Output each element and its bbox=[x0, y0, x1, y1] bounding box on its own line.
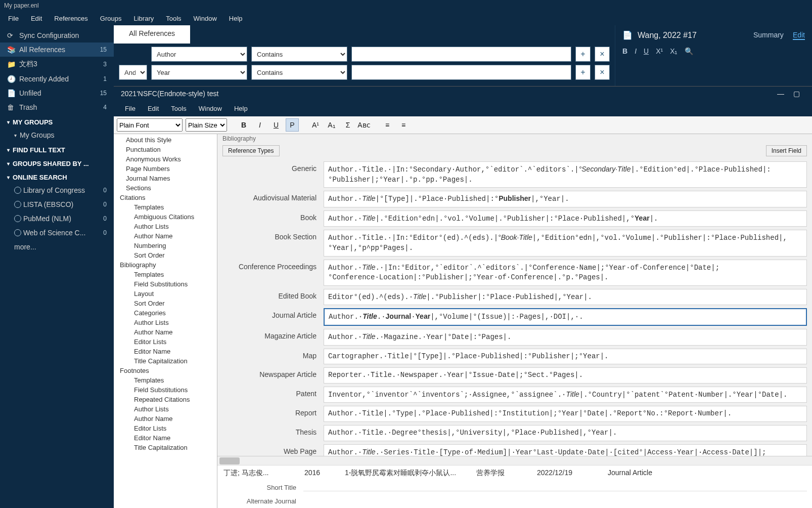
menu-window[interactable]: Window bbox=[188, 13, 223, 24]
tree-node[interactable]: Editor Name bbox=[114, 347, 217, 356]
tree-hscroll[interactable] bbox=[217, 456, 812, 465]
tree-node[interactable]: Author Lists bbox=[114, 404, 217, 414]
fmt-italic[interactable]: I bbox=[635, 47, 637, 55]
tb-align-center[interactable]: ≡ bbox=[397, 118, 410, 132]
tree-node[interactable]: Anonymous Works bbox=[114, 154, 217, 164]
tree-node[interactable]: Author Lists bbox=[114, 318, 217, 327]
template-value[interactable]: Author.·Title.·|In:°Editor,°`editor`.^`e… bbox=[324, 260, 807, 286]
sidebar-unfiled[interactable]: 📄 Unfiled 15 bbox=[0, 86, 114, 100]
tree-node[interactable]: Title Capitalization bbox=[114, 356, 217, 366]
template-value[interactable]: Author.·Title|.°Edition°edn|.°vol.°Volum… bbox=[324, 210, 807, 227]
sidebar-docs[interactable]: 📁 文档3 3 bbox=[0, 57, 114, 72]
tree-node[interactable]: Categories bbox=[114, 308, 217, 318]
search-op-1[interactable]: And bbox=[119, 65, 147, 80]
maximize-button[interactable]: ▢ bbox=[793, 90, 800, 98]
sidebar-online-3[interactable]: Web of Science C...0 bbox=[0, 226, 114, 240]
tree-node[interactable]: Field Substitutions bbox=[114, 279, 217, 289]
tb-underline[interactable]: U bbox=[269, 118, 283, 132]
fmt-search[interactable]: 🔍 bbox=[685, 47, 693, 55]
sidebar-more[interactable]: more... bbox=[0, 240, 114, 254]
template-value[interactable]: Author.·Title.·Series·Title·[Type·of·Med… bbox=[324, 444, 807, 456]
tree-node[interactable]: Templates bbox=[114, 375, 217, 385]
tree-node[interactable]: Field Substitutions bbox=[114, 385, 217, 395]
minimize-button[interactable]: — bbox=[777, 90, 784, 98]
menu-file[interactable]: File bbox=[2, 13, 25, 24]
sidebar-recent[interactable]: 🕘 Recently Added 1 bbox=[0, 72, 114, 86]
tree-node[interactable]: Author Name bbox=[114, 231, 217, 241]
template-value[interactable]: Reporter.·Title.·Newspaper.·Year|°Issue·… bbox=[324, 367, 807, 384]
style-tree[interactable]: About this StylePunctuationAnonymous Wor… bbox=[114, 134, 217, 508]
sidebar-mygroups-head[interactable]: ▾MY GROUPS bbox=[0, 114, 114, 128]
tb-align-left[interactable]: ≡ bbox=[381, 118, 394, 132]
menu-library[interactable]: Library bbox=[127, 13, 160, 24]
fmt-underline[interactable]: U bbox=[644, 47, 649, 55]
style-menu-file[interactable]: File bbox=[119, 103, 142, 114]
template-value[interactable]: Editor°(ed).^(eds).·Title|.°Publisher|:°… bbox=[324, 289, 807, 306]
tree-node[interactable]: Editor Lists bbox=[114, 337, 217, 347]
tb-symbol[interactable]: Σ bbox=[341, 118, 354, 132]
menu-edit[interactable]: Edit bbox=[25, 13, 48, 24]
sidebar-online-1[interactable]: LISTA (EBSCO)0 bbox=[0, 197, 114, 211]
tree-node[interactable]: Author Name bbox=[114, 414, 217, 424]
search-value-1[interactable] bbox=[351, 65, 571, 80]
sidebar-shared-head[interactable]: ▾GROUPS SHARED BY ... bbox=[0, 156, 114, 170]
tree-node[interactable]: Title Capitalization bbox=[114, 443, 217, 452]
style-menu-window[interactable]: Window bbox=[193, 103, 228, 114]
sidebar-all-references[interactable]: 📚 All References 15 bbox=[0, 43, 114, 57]
font-select[interactable]: Plain Font bbox=[117, 118, 183, 132]
tree-node[interactable]: Editor Name bbox=[114, 433, 217, 443]
template-value[interactable]: Author.·Title.·Magazine.·Year|°Date|:°Pa… bbox=[324, 329, 807, 346]
tab-all-references[interactable]: All References bbox=[114, 25, 190, 44]
style-menu-help[interactable]: Help bbox=[228, 103, 254, 114]
menu-groups[interactable]: Groups bbox=[94, 13, 128, 24]
tree-node[interactable]: Sections bbox=[114, 183, 217, 193]
tree-node[interactable]: Author Name bbox=[114, 327, 217, 337]
tree-node[interactable]: Footnotes bbox=[114, 366, 217, 375]
sidebar-sync[interactable]: ⟳ Sync Configuration bbox=[0, 28, 114, 43]
menu-references[interactable]: References bbox=[48, 13, 94, 24]
search-field-0[interactable]: Author bbox=[151, 47, 247, 62]
scroll-thumb[interactable] bbox=[219, 457, 240, 464]
tree-node[interactable]: Citations bbox=[114, 193, 217, 202]
sidebar-findfull-head[interactable]: ▾FIND FULL TEXT bbox=[0, 142, 114, 156]
detail-altjournal-value[interactable] bbox=[303, 497, 807, 505]
tree-node[interactable]: Ambiguous Citations bbox=[114, 212, 217, 222]
tree-node[interactable]: About this Style bbox=[114, 135, 217, 145]
tree-node[interactable]: Sort Order bbox=[114, 299, 217, 308]
tb-bold[interactable]: B bbox=[237, 118, 250, 132]
template-value[interactable]: Author.·Title|°[Type]|.°Place·Published|… bbox=[324, 191, 807, 207]
tree-node[interactable]: Sort Order bbox=[114, 250, 217, 260]
tree-node[interactable]: Punctuation bbox=[114, 145, 217, 154]
template-value[interactable]: Author.·Title.·|In:°Secondary·Author,°`e… bbox=[324, 161, 807, 188]
template-value[interactable]: Author.·Title.·|In:°Editor°(ed).^(eds).|… bbox=[324, 230, 807, 256]
tree-node[interactable]: Layout bbox=[114, 289, 217, 299]
fmt-subscript[interactable]: X₁ bbox=[670, 47, 678, 55]
tree-node[interactable]: Editor Lists bbox=[114, 424, 217, 433]
search-value-0[interactable] bbox=[351, 47, 571, 62]
search-add-1[interactable]: + bbox=[575, 65, 591, 80]
style-menu-edit[interactable]: Edit bbox=[142, 103, 165, 114]
tb-italic[interactable]: I bbox=[253, 118, 266, 132]
template-value[interactable]: Cartographer.·Title|°[Type]|.°Place·Publ… bbox=[324, 349, 807, 365]
sidebar-online-2[interactable]: PubMed (NLM)0 bbox=[0, 211, 114, 226]
fmt-bold[interactable]: B bbox=[622, 47, 627, 55]
tb-superscript[interactable]: A¹ bbox=[309, 118, 322, 132]
insert-field-button[interactable]: Insert Field bbox=[766, 145, 807, 156]
search-add-0[interactable]: + bbox=[575, 47, 591, 62]
tab-edit[interactable]: Edit bbox=[793, 31, 805, 40]
tree-node[interactable]: Journal Names bbox=[114, 174, 217, 183]
tree-node[interactable]: Templates bbox=[114, 270, 217, 279]
ref-list-row[interactable]: 丁进; 马志俊... 2016 1-脱氧野尻霉素对睡眠剥夺小鼠认... 营养学报… bbox=[217, 465, 812, 481]
reference-types-button[interactable]: Reference Types bbox=[222, 145, 280, 156]
template-value[interactable]: Inventor,°`inventor`^`inventors`;·Assign… bbox=[324, 387, 807, 403]
search-cond-0[interactable]: Contains bbox=[251, 47, 347, 62]
tree-node[interactable]: Author Lists bbox=[114, 222, 217, 231]
template-value[interactable]: Author.·Title.·Journal·Year|,°Volume|°(I… bbox=[324, 308, 807, 326]
detail-shorttitle-value[interactable] bbox=[303, 484, 807, 491]
sidebar-online-head[interactable]: ▾ONLINE SEARCH bbox=[0, 170, 114, 183]
search-cond-1[interactable]: Contains bbox=[251, 65, 347, 80]
search-remove-1[interactable]: × bbox=[595, 65, 610, 80]
tb-subscript[interactable]: A₁ bbox=[325, 118, 338, 132]
tb-plain[interactable]: P bbox=[286, 118, 299, 132]
tree-node[interactable]: Bibliography bbox=[114, 260, 217, 270]
